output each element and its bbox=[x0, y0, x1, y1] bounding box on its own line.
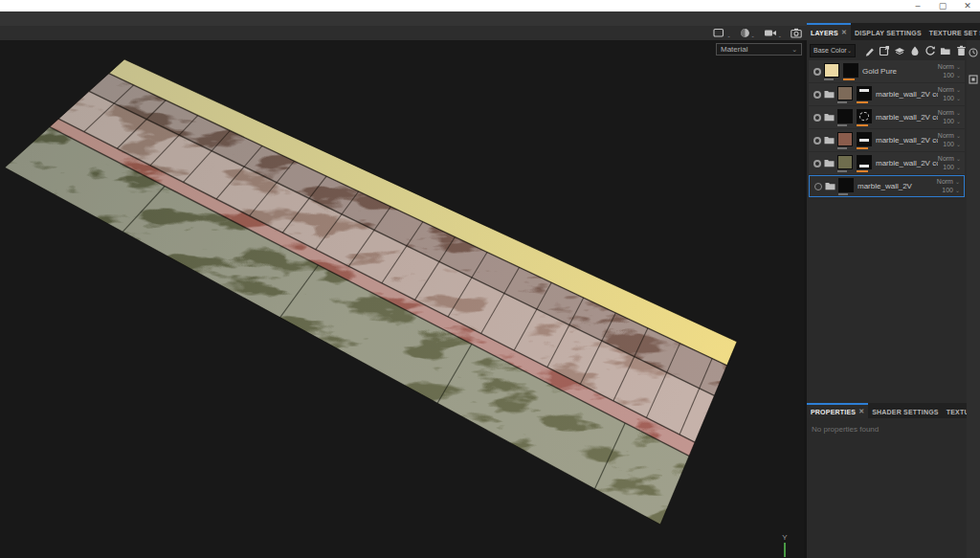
viewport-toolbar: ⌄ ⌄ ⌄ bbox=[0, 26, 807, 40]
folder-icon bbox=[824, 90, 835, 99]
material-mode-dropdown[interactable]: Material ⌄ bbox=[716, 43, 802, 56]
thumbnail-underline bbox=[824, 78, 834, 80]
layer-name: marble_wall_2V copy 2 bbox=[876, 136, 938, 145]
blend-mode-dropdown[interactable]: Norm⌄ bbox=[938, 63, 961, 71]
chevron-down-icon: ⌄ bbox=[847, 47, 852, 54]
channel-filter-dropdown[interactable]: Base Color ⌄ bbox=[810, 44, 856, 57]
folder-icon bbox=[824, 113, 835, 122]
layer-mask-thumbnail[interactable] bbox=[857, 155, 872, 169]
layer-thumbnail[interactable] bbox=[837, 86, 853, 100]
blend-mode-dropdown[interactable]: Norm⌄ bbox=[938, 109, 961, 117]
chevron-down-icon: ⌄ bbox=[791, 46, 797, 54]
layer-mask-thumbnail[interactable] bbox=[857, 86, 872, 100]
viewport-3d[interactable]: Material ⌄ Y bbox=[0, 40, 804, 558]
layer-thumbnail[interactable] bbox=[824, 63, 839, 78]
properties-empty-message: No properties found bbox=[812, 425, 879, 434]
visibility-toggle[interactable] bbox=[813, 137, 821, 145]
tab-texture-set-settings-label: TEXTURE SET SETTINGS bbox=[929, 30, 980, 36]
blend-mode-dropdown[interactable]: Norm⌄ bbox=[938, 86, 961, 94]
opacity-dropdown[interactable]: 100⌄ bbox=[943, 164, 961, 171]
layer-mask-thumbnail[interactable] bbox=[857, 109, 872, 123]
tab-properties[interactable]: PROPERTIES ✕ bbox=[807, 403, 868, 418]
substance-painter-window: – ▢ ✕ ⌄ ⌄ ⌄ LAYERS ✕ bbox=[0, 0, 980, 558]
layer-row[interactable]: marble_wall_2V copy 1 Norm⌄ 100⌄ bbox=[809, 152, 965, 174]
layers-list: Gold Pure Norm⌄ 100⌄ marble_wall_2V copy… bbox=[809, 60, 965, 198]
add-layer-icon[interactable] bbox=[894, 44, 905, 56]
navigation-gizmo[interactable]: Y bbox=[775, 533, 794, 558]
texture-set-box-icon[interactable] bbox=[969, 71, 978, 88]
display-mode-icon[interactable]: ⌄ bbox=[713, 28, 730, 38]
textured-plane-mesh[interactable] bbox=[0, 40, 804, 558]
layer-name: marble_wall_2V bbox=[858, 182, 937, 190]
layer-name: marble_wall_2V copy 1 bbox=[876, 159, 938, 167]
thumbnail-underline bbox=[838, 193, 848, 195]
folder-icon bbox=[824, 159, 835, 167]
blend-mode-dropdown[interactable]: Norm⌄ bbox=[938, 155, 961, 163]
tab-layers-label: LAYERS bbox=[811, 30, 838, 36]
opacity-dropdown[interactable]: 100⌄ bbox=[943, 95, 961, 102]
folder-icon bbox=[825, 182, 835, 190]
camera-icon[interactable]: ⌄ bbox=[764, 28, 782, 38]
add-mask-icon[interactable] bbox=[879, 44, 890, 56]
tab-properties-label: PROPERTIES bbox=[811, 409, 856, 415]
thumbnail-underline bbox=[837, 124, 847, 126]
close-button[interactable]: ✕ bbox=[955, 0, 980, 11]
layers-panel: Base Color ⌄ bbox=[807, 40, 967, 558]
tab-close-icon[interactable]: ✕ bbox=[858, 408, 864, 415]
visibility-toggle[interactable] bbox=[813, 68, 821, 76]
blend-mode-dropdown[interactable]: Norm⌄ bbox=[938, 132, 961, 140]
channel-filter-value: Base Color bbox=[813, 47, 847, 54]
tab-shader-settings[interactable]: SHADER SETTINGS bbox=[868, 403, 943, 418]
opacity-dropdown[interactable]: 100⌄ bbox=[943, 141, 961, 148]
tab-texture-set-settings[interactable]: TEXTURE SET SETTINGS bbox=[925, 23, 980, 40]
visibility-toggle[interactable] bbox=[813, 160, 821, 167]
tab-display-settings[interactable]: DISPLAY SETTINGS bbox=[851, 23, 925, 40]
screenshot-camera-icon[interactable] bbox=[791, 28, 802, 38]
tab-display-settings-label: DISPLAY SETTINGS bbox=[855, 30, 922, 36]
opacity-dropdown[interactable]: 100⌄ bbox=[942, 187, 960, 194]
maximize-button[interactable]: ▢ bbox=[930, 0, 955, 11]
opacity-dropdown[interactable]: 100⌄ bbox=[943, 118, 961, 125]
layer-row[interactable]: marble_wall_2V Norm⌄ 100⌄ bbox=[809, 175, 965, 197]
layer-mask-thumbnail[interactable] bbox=[857, 132, 872, 146]
minimize-button[interactable]: – bbox=[905, 0, 930, 11]
visibility-toggle[interactable] bbox=[813, 114, 821, 122]
mask-underline bbox=[857, 170, 868, 172]
layer-mask-thumbnail[interactable] bbox=[843, 63, 858, 78]
thumbnail-underline bbox=[837, 101, 847, 103]
layer-row[interactable]: marble_wall_2V copy 3 Norm⌄ 100⌄ bbox=[809, 106, 965, 128]
add-effect-pen-icon[interactable] bbox=[863, 44, 875, 56]
tab-shader-settings-label: SHADER SETTINGS bbox=[872, 409, 939, 415]
mask-underline bbox=[857, 147, 868, 149]
layer-row[interactable]: marble_wall_2V copy 4 Norm⌄ 100⌄ bbox=[809, 83, 965, 105]
opacity-dropdown[interactable]: 100⌄ bbox=[943, 72, 961, 79]
tab-close-icon[interactable]: ✕ bbox=[841, 29, 847, 36]
visibility-toggle[interactable] bbox=[814, 183, 822, 190]
layers-panel-toolbar: Base Color ⌄ bbox=[807, 40, 967, 60]
delete-layer-icon[interactable] bbox=[955, 44, 967, 56]
blend-mode-dropdown[interactable]: Norm⌄ bbox=[937, 178, 960, 186]
tab-layers[interactable]: LAYERS ✕ bbox=[807, 23, 851, 40]
history-clock-icon[interactable] bbox=[969, 44, 978, 61]
add-group-folder-icon[interactable] bbox=[940, 44, 951, 56]
visibility-toggle[interactable] bbox=[813, 91, 821, 99]
layer-thumbnail[interactable] bbox=[838, 178, 854, 192]
mask-underline bbox=[857, 124, 868, 126]
mask-underline bbox=[843, 78, 855, 80]
layer-row[interactable]: Gold Pure Norm⌄ 100⌄ bbox=[809, 60, 965, 82]
titlebar: – ▢ ✕ bbox=[0, 0, 980, 11]
right-icon-strip bbox=[967, 40, 980, 558]
thumbnail-underline bbox=[837, 147, 847, 149]
layer-row[interactable]: marble_wall_2V copy 2 Norm⌄ 100⌄ bbox=[809, 129, 965, 151]
add-fill-layer-icon[interactable] bbox=[909, 44, 921, 56]
material-mode-value: Material bbox=[721, 45, 747, 54]
layer-thumbnail[interactable] bbox=[837, 109, 853, 123]
layer-name: marble_wall_2V copy 4 bbox=[876, 90, 938, 99]
layer-thumbnail[interactable] bbox=[837, 132, 853, 146]
dock-tabbar-top: LAYERS ✕ DISPLAY SETTINGS TEXTURE SET SE… bbox=[807, 23, 980, 40]
thumbnail-underline bbox=[837, 170, 847, 172]
add-smart-material-icon[interactable] bbox=[924, 44, 936, 56]
folder-icon bbox=[824, 136, 835, 145]
environment-sphere-icon[interactable]: ⌄ bbox=[740, 28, 755, 38]
layer-thumbnail[interactable] bbox=[837, 155, 853, 169]
